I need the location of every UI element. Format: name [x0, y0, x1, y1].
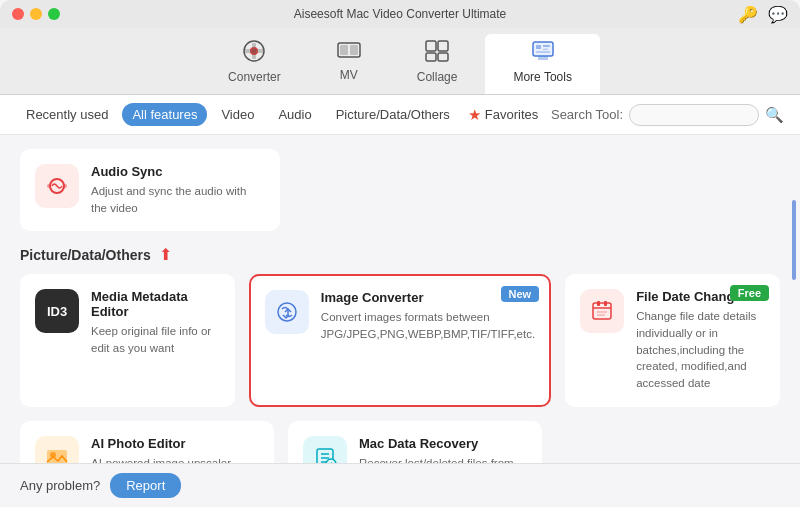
search-label: Search Tool:: [551, 107, 623, 122]
filter-picture-data-others[interactable]: Picture/Data/Others: [326, 103, 460, 126]
svg-rect-5: [340, 45, 348, 55]
titlebar-actions: 🔑 💬: [738, 5, 788, 24]
collage-icon: [425, 40, 449, 66]
svg-rect-24: [604, 301, 607, 306]
lock-icon: 🔑: [738, 5, 758, 24]
mv-icon: [337, 40, 361, 64]
app-title: Aiseesoft Mac Video Converter Ultimate: [294, 7, 507, 21]
card-image-converter[interactable]: Image Converter Convert images formats b…: [249, 274, 551, 406]
nav-converter[interactable]: Converter: [200, 34, 309, 94]
svg-point-19: [63, 184, 67, 188]
file-date-desc: Change file date details individually or…: [636, 308, 765, 391]
star-icon: ★: [468, 106, 481, 124]
svg-rect-3: [245, 49, 263, 53]
message-icon: 💬: [768, 5, 788, 24]
mv-label: MV: [340, 68, 358, 82]
mac-data-title: Mac Data Recovery: [359, 436, 527, 451]
audio-sync-desc: Adjust and sync the audio with the video: [91, 183, 265, 216]
svg-rect-6: [350, 45, 358, 55]
more-tools-label: More Tools: [513, 70, 571, 84]
scrollbar[interactable]: [792, 200, 796, 280]
svg-point-18: [47, 184, 51, 188]
bottombar: Any problem? Report: [0, 463, 800, 507]
new-badge: New: [501, 286, 540, 302]
svg-rect-23: [597, 301, 600, 306]
audio-sync-title: Audio Sync: [91, 164, 265, 179]
svg-rect-21: [593, 303, 611, 319]
media-metadata-text: Media Metadata Editor Keep original file…: [91, 289, 220, 356]
free-badge: Free: [730, 285, 769, 301]
filter-recently-used[interactable]: Recently used: [16, 103, 118, 126]
filterbar: Recently used All features Video Audio P…: [0, 95, 800, 135]
audio-sync-icon: [35, 164, 79, 208]
picture-cards-row: ID3 Media Metadata Editor Keep original …: [20, 274, 780, 406]
svg-rect-9: [426, 53, 436, 61]
filter-all-features[interactable]: All features: [122, 103, 207, 126]
svg-rect-13: [543, 45, 550, 47]
svg-point-20: [278, 303, 296, 321]
collage-label: Collage: [417, 70, 458, 84]
svg-rect-12: [536, 45, 541, 49]
ai-photo-title: AI Photo Editor: [91, 436, 259, 451]
file-date-text: File Date Changer Change file date detai…: [636, 289, 765, 391]
card-file-date-changer[interactable]: File Date Changer Change file date detai…: [565, 274, 780, 406]
nav-more-tools[interactable]: More Tools: [485, 34, 599, 94]
media-metadata-icon: ID3: [35, 289, 79, 333]
close-button[interactable]: [12, 8, 24, 20]
nav-mv[interactable]: MV: [309, 34, 389, 94]
more-tools-icon: [530, 40, 556, 66]
converter-icon: [242, 40, 266, 66]
search-area: Search Tool: 🔍: [551, 104, 784, 126]
file-date-icon: [580, 289, 624, 333]
window-controls: [12, 8, 60, 20]
media-metadata-desc: Keep original file info or edit as you w…: [91, 323, 220, 356]
image-converter-desc: Convert images formats between JPG/JPEG,…: [321, 309, 535, 342]
main-content: Audio Sync Adjust and sync the audio wit…: [0, 135, 800, 498]
svg-rect-7: [426, 41, 436, 51]
svg-rect-10: [438, 53, 448, 61]
card-audio-sync[interactable]: Audio Sync Adjust and sync the audio wit…: [20, 149, 280, 231]
svg-rect-15: [536, 51, 550, 53]
favorites-label: Favorites: [485, 107, 538, 122]
any-problem-label: Any problem?: [20, 478, 100, 493]
converter-label: Converter: [228, 70, 281, 84]
picture-section-title: Picture/Data/Others: [20, 247, 151, 263]
audio-sync-text: Audio Sync Adjust and sync the audio wit…: [91, 164, 265, 216]
svg-rect-14: [543, 49, 548, 51]
search-icon[interactable]: 🔍: [765, 106, 784, 124]
svg-rect-8: [438, 41, 448, 51]
maximize-button[interactable]: [48, 8, 60, 20]
image-converter-icon: [265, 290, 309, 334]
report-button[interactable]: Report: [110, 473, 181, 498]
minimize-button[interactable]: [30, 8, 42, 20]
filter-audio[interactable]: Audio: [268, 103, 321, 126]
section-up-icon: ⬆: [159, 245, 172, 264]
media-metadata-title: Media Metadata Editor: [91, 289, 220, 319]
filter-favorites[interactable]: ★ Favorites: [468, 106, 538, 124]
top-nav: Converter MV Collage: [0, 28, 800, 95]
picture-section-header: Picture/Data/Others ⬆: [20, 245, 780, 264]
filter-video[interactable]: Video: [211, 103, 264, 126]
nav-collage[interactable]: Collage: [389, 34, 486, 94]
titlebar: Aiseesoft Mac Video Converter Ultimate 🔑…: [0, 0, 800, 28]
audio-section: Audio Sync Adjust and sync the audio wit…: [20, 149, 780, 231]
search-input[interactable]: [629, 104, 759, 126]
svg-rect-16: [538, 56, 548, 60]
card-media-metadata[interactable]: ID3 Media Metadata Editor Keep original …: [20, 274, 235, 406]
